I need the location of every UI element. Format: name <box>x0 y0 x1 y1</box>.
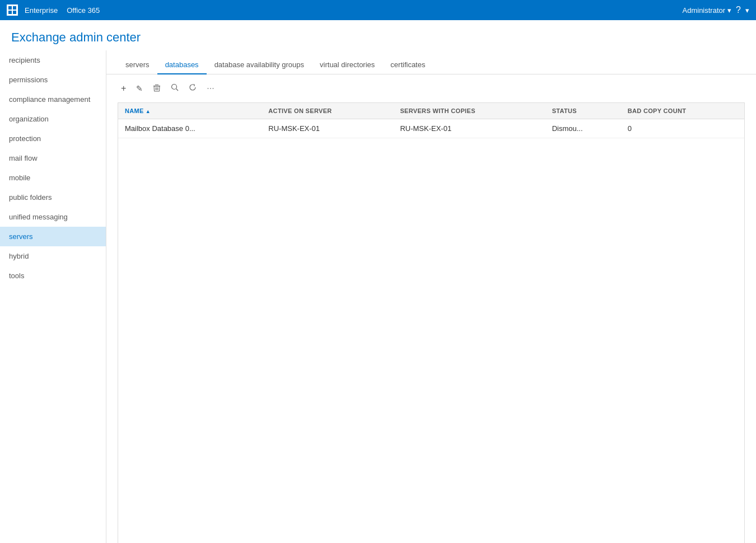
table-row[interactable]: Mailbox Database 0...RU-MSK-EX-01RU-MSK-… <box>118 119 744 138</box>
topbar-nav: Enterprise Office 365 <box>25 6 100 15</box>
tab-database-availability-groups[interactable]: database availability groups <box>207 56 312 74</box>
sidebar-item-unified-messaging[interactable]: unified messaging <box>0 207 106 227</box>
cell-0-4: 0 <box>621 119 744 138</box>
main-content: serversdatabasesdatabase availability gr… <box>106 50 756 543</box>
svg-rect-6 <box>155 85 158 85</box>
col-header-name[interactable]: NAME▲ <box>118 103 262 119</box>
help-chevron-icon: ▾ <box>745 6 749 15</box>
search-button[interactable] <box>167 81 182 96</box>
sidebar-item-tools[interactable]: tools <box>0 266 106 285</box>
tab-servers[interactable]: servers <box>118 56 157 74</box>
tabs: serversdatabasesdatabase availability gr… <box>106 56 756 74</box>
admin-label: Administrator <box>683 6 726 15</box>
sidebar-item-mail-flow[interactable]: mail flow <box>0 148 106 168</box>
refresh-button[interactable] <box>185 81 200 96</box>
svg-rect-2 <box>13 6 16 10</box>
topbar: Enterprise Office 365 Administrator ▾ ? … <box>0 0 756 20</box>
admin-menu[interactable]: Administrator ▾ <box>683 6 732 15</box>
toolbar: + ✎ <box>106 74 756 102</box>
cell-0-0: Mailbox Database 0... <box>118 119 262 138</box>
sidebar-item-compliance-management[interactable]: compliance management <box>0 90 106 109</box>
table-header: NAME▲ACTIVE ON SERVERSERVERS WITH COPIES… <box>118 103 744 119</box>
nav-office365[interactable]: Office 365 <box>67 6 100 15</box>
cell-0-1: RU-MSK-EX-01 <box>262 119 393 138</box>
col-header-status[interactable]: STATUS <box>545 103 621 119</box>
sidebar-item-servers[interactable]: servers <box>0 227 106 246</box>
sidebar-item-hybrid[interactable]: hybrid <box>0 246 106 266</box>
database-table: NAME▲ACTIVE ON SERVERSERVERS WITH COPIES… <box>118 102 745 543</box>
sidebar-item-permissions[interactable]: permissions <box>0 70 106 90</box>
svg-rect-4 <box>13 11 16 14</box>
sidebar-item-public-folders[interactable]: public folders <box>0 188 106 207</box>
page-title: Exchange admin center <box>0 20 756 50</box>
cell-0-3: Dismou... <box>545 119 621 138</box>
add-button[interactable]: + <box>118 81 129 96</box>
table-body: Mailbox Database 0...RU-MSK-EX-01RU-MSK-… <box>118 119 744 138</box>
sidebar-item-organization[interactable]: organization <box>0 109 106 129</box>
edit-button[interactable]: ✎ <box>133 82 146 95</box>
topbar-left: Enterprise Office 365 <box>7 4 100 16</box>
sort-arrow-name: ▲ <box>146 109 151 114</box>
sidebar-item-mobile[interactable]: mobile <box>0 168 106 188</box>
svg-rect-3 <box>8 11 12 14</box>
help-icon[interactable]: ? <box>736 5 741 15</box>
nav-enterprise[interactable]: Enterprise <box>25 6 58 15</box>
more-options[interactable]: ··· <box>203 81 217 96</box>
tab-databases[interactable]: databases <box>157 56 207 74</box>
topbar-logo <box>7 4 18 16</box>
tab-virtual-directories[interactable]: virtual directories <box>312 56 382 74</box>
cell-0-2: RU-MSK-EX-01 <box>393 119 545 138</box>
sidebar-item-protection[interactable]: protection <box>0 129 106 148</box>
delete-button[interactable] <box>150 82 164 96</box>
admin-chevron-icon: ▾ <box>727 6 731 15</box>
tab-certificates[interactable]: certificates <box>382 56 433 74</box>
topbar-right: Administrator ▾ ? ▾ <box>683 5 749 15</box>
col-header-bad-copy-count[interactable]: BAD COPY COUNT <box>621 103 744 119</box>
table-header-row: NAME▲ACTIVE ON SERVERSERVERS WITH COPIES… <box>118 103 744 119</box>
svg-rect-1 <box>8 6 12 10</box>
svg-line-11 <box>176 89 179 91</box>
col-header-servers-with-copies[interactable]: SERVERS WITH COPIES <box>393 103 545 119</box>
data-table: NAME▲ACTIVE ON SERVERSERVERS WITH COPIES… <box>118 103 744 138</box>
layout: recipientspermissionscompliance manageme… <box>0 50 756 543</box>
sidebar: recipientspermissionscompliance manageme… <box>0 50 106 543</box>
sidebar-item-recipients[interactable]: recipients <box>0 50 106 70</box>
svg-point-10 <box>172 85 177 90</box>
col-header-active-on-server[interactable]: ACTIVE ON SERVER <box>262 103 393 119</box>
